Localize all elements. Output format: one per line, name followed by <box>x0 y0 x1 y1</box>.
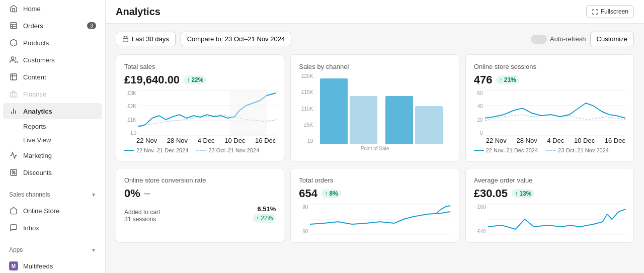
sidebar-item-content[interactable]: Content <box>3 69 102 85</box>
sessions-legend: 22 Nov–21 Dec 2024 23 Oct–21 Nov 2024 <box>474 147 625 153</box>
conversion-details: Added to cart 31 sessions 6.51% ↑ 22% <box>124 205 276 223</box>
fullscreen-button[interactable]: Fullscreen <box>586 5 634 18</box>
apps-label: Apps <box>9 246 23 253</box>
multifeeds-icon: M <box>9 261 18 270</box>
svg-rect-17 <box>123 37 128 42</box>
marketing-icon <box>9 151 18 160</box>
sidebar-item-label: Home <box>23 5 41 13</box>
topbar: Analytics Fullscreen <box>106 0 644 24</box>
sidebar-item-analytics[interactable]: Analytics <box>3 103 102 119</box>
sidebar-item-label: Content <box>23 73 46 81</box>
page-title: Analytics <box>116 6 160 18</box>
total-orders-card: Total orders 654 ↑ 8% 80 60 <box>290 168 459 243</box>
conversion-val1: 6.51% <box>253 205 276 213</box>
sidebar-item-online-store[interactable]: Online Store <box>3 203 102 219</box>
sales-channels-section[interactable]: Sales channels ▼ <box>3 188 102 202</box>
channel-chart: £20K £15K £10K £5K £0 <box>299 73 450 151</box>
svg-rect-25 <box>230 90 267 136</box>
online-sessions-value: 476 ↑ 21% <box>474 73 625 86</box>
sidebar-item-home[interactable]: Home <box>3 1 102 17</box>
live-view-label: Live View <box>23 136 51 144</box>
fullscreen-label: Fullscreen <box>601 8 628 15</box>
sidebar-item-inbox[interactable]: Inbox <box>3 220 102 236</box>
finance-icon <box>9 89 18 99</box>
bar-compare-pos <box>415 106 443 144</box>
sessions-x-labels: 22 Nov 28 Nov 4 Dec 10 Dec 16 Dec <box>474 136 625 144</box>
online-sessions-title: Online store sessions <box>474 63 625 70</box>
sidebar-item-orders[interactable]: Orders 3 <box>3 18 102 34</box>
analytics-icon <box>9 107 18 116</box>
apps-section[interactable]: Apps ▼ <box>3 243 102 257</box>
sidebar-item-marketing[interactable]: Marketing <box>3 147 102 163</box>
filter-bar: Last 30 days Compare to: 23 Oct–21 Nov 2… <box>116 32 634 46</box>
date-range-button[interactable]: Last 30 days <box>116 32 176 46</box>
avg-order-value-title: Average order value <box>474 176 625 184</box>
sidebar-item-label: Customers <box>23 56 55 64</box>
products-icon <box>9 38 18 47</box>
metrics-grid: Total sales £19,640.00 ↑ 22% £3K £2K £1K… <box>116 54 634 243</box>
bar-current-online <box>320 78 348 144</box>
compare-line-legend <box>196 150 206 151</box>
orders-icon <box>9 21 18 30</box>
sales-x-labels: 22 Nov 28 Nov 4 Dec 10 Dec 16 Dec <box>124 136 276 144</box>
sidebar-item-multifeeds[interactable]: M Multifeeds <box>3 258 102 273</box>
orders-change: ↑ 8% <box>321 189 341 198</box>
svg-point-4 <box>11 57 14 59</box>
svg-line-14 <box>12 171 16 174</box>
total-sales-change: ↑ 22% <box>184 75 206 84</box>
date-range-label: Last 30 days <box>132 35 169 43</box>
customize-label: Customize <box>597 35 627 43</box>
content-icon <box>9 72 18 81</box>
sidebar-item-live-view[interactable]: Live View <box>3 134 102 146</box>
sessions-compare-legend <box>546 150 556 151</box>
total-sales-card: Total sales £19,640.00 ↑ 22% £3K £2K £1K… <box>116 54 284 162</box>
conversion-rate-card: Online store conversion rate 0% — Added … <box>116 168 284 243</box>
chevron-down-icon-apps: ▼ <box>91 247 96 253</box>
filter-right: Auto-refresh Customize <box>531 32 634 46</box>
avg-order-value-value: £30.05 ↑ 13% <box>474 187 625 200</box>
current-line-legend <box>124 150 134 151</box>
orders-line-chart <box>310 204 450 234</box>
conversion-rate-title: Online store conversion rate <box>124 176 276 184</box>
added-to-cart-label: Added to cart <box>124 209 160 216</box>
content-area: Last 30 days Compare to: 23 Oct–21 Nov 2… <box>106 24 644 273</box>
bar-chart-area <box>315 73 450 144</box>
sales-line-chart <box>138 90 276 136</box>
bar-current-pos <box>385 96 413 144</box>
sidebar-item-label: Finance <box>23 90 46 98</box>
sidebar-item-finance: Finance <box>3 86 102 102</box>
customize-button[interactable]: Customize <box>590 32 634 46</box>
chevron-down-icon: ▼ <box>91 192 96 198</box>
svg-rect-0 <box>11 23 17 29</box>
online-sessions-card: Online store sessions 476 ↑ 21% 60 40 20… <box>465 54 634 162</box>
sidebar-item-reports[interactable]: Reports <box>3 120 102 133</box>
total-sales-title: Total sales <box>124 63 276 70</box>
orders-badge: 3 <box>87 22 96 29</box>
channel-x-label: Point of Sale <box>299 146 450 151</box>
sidebar-item-label: Multifeeds <box>23 262 53 270</box>
discounts-icon <box>9 168 18 177</box>
sales-channels-label: Sales channels <box>9 191 50 198</box>
orders-chart: 80 60 <box>299 204 450 234</box>
sales-by-channel-card: Sales by channel £20K £15K £10K £5K £0 <box>290 54 459 162</box>
added-to-cart-sessions: 31 sessions <box>124 216 160 223</box>
fullscreen-icon <box>592 9 598 15</box>
total-sales-value: £19,640.00 ↑ 22% <box>124 73 276 86</box>
auto-refresh-toggle[interactable] <box>531 35 547 44</box>
conversion-rate-value: 0% — <box>124 187 276 200</box>
sales-legend: 22 Nov–21 Dec 2024 23 Oct–21 Nov 2024 <box>124 147 276 153</box>
total-orders-title: Total orders <box>299 176 450 184</box>
sessions-current-legend <box>474 150 484 151</box>
sidebar-item-discounts[interactable]: Discounts <box>3 164 102 180</box>
bar-group-online <box>320 78 377 144</box>
sidebar-item-label: Discounts <box>23 169 52 176</box>
sidebar-item-customers[interactable]: Customers <box>3 52 102 68</box>
svg-point-12 <box>12 171 14 172</box>
compare-button[interactable]: Compare to: 23 Oct–21 Nov 2024 <box>181 32 291 46</box>
sidebar-item-label: Products <box>23 39 49 47</box>
sidebar-item-label: Online Store <box>23 207 59 215</box>
sidebar-item-products[interactable]: Products <box>3 35 102 51</box>
topbar-right: Fullscreen <box>586 5 634 18</box>
customers-icon <box>9 55 18 64</box>
calendar-icon <box>122 36 129 42</box>
